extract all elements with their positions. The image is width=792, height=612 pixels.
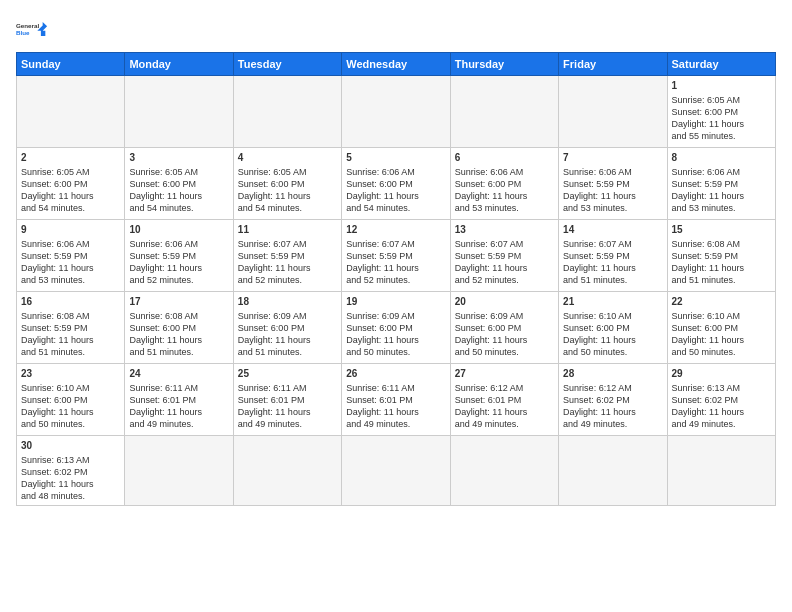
- day-number: 18: [238, 295, 337, 309]
- calendar-cell: [125, 436, 233, 506]
- day-info: Sunrise: 6:12 AM Sunset: 6:02 PM Dayligh…: [563, 382, 662, 431]
- calendar-cell: [17, 76, 125, 148]
- days-row: SundayMondayTuesdayWednesdayThursdayFrid…: [17, 53, 776, 76]
- day-number: 17: [129, 295, 228, 309]
- day-info: Sunrise: 6:06 AM Sunset: 5:59 PM Dayligh…: [672, 166, 771, 215]
- day-info: Sunrise: 6:11 AM Sunset: 6:01 PM Dayligh…: [238, 382, 337, 431]
- calendar-cell: 26Sunrise: 6:11 AM Sunset: 6:01 PM Dayli…: [342, 364, 450, 436]
- day-number: 30: [21, 439, 120, 453]
- calendar-cell: 8Sunrise: 6:06 AM Sunset: 5:59 PM Daylig…: [667, 148, 775, 220]
- calendar-cell: [342, 436, 450, 506]
- calendar-cell: 5Sunrise: 6:06 AM Sunset: 6:00 PM Daylig…: [342, 148, 450, 220]
- day-info: Sunrise: 6:06 AM Sunset: 5:59 PM Dayligh…: [129, 238, 228, 287]
- calendar-cell: 23Sunrise: 6:10 AM Sunset: 6:00 PM Dayli…: [17, 364, 125, 436]
- calendar-cell: [559, 436, 667, 506]
- day-number: 6: [455, 151, 554, 165]
- day-number: 1: [672, 79, 771, 93]
- day-number: 12: [346, 223, 445, 237]
- day-info: Sunrise: 6:06 AM Sunset: 6:00 PM Dayligh…: [455, 166, 554, 215]
- day-number: 14: [563, 223, 662, 237]
- calendar-cell: 15Sunrise: 6:08 AM Sunset: 5:59 PM Dayli…: [667, 220, 775, 292]
- calendar-cell: 4Sunrise: 6:05 AM Sunset: 6:00 PM Daylig…: [233, 148, 341, 220]
- day-info: Sunrise: 6:05 AM Sunset: 6:00 PM Dayligh…: [672, 94, 771, 143]
- day-header-friday: Friday: [559, 53, 667, 76]
- calendar-cell: 27Sunrise: 6:12 AM Sunset: 6:01 PM Dayli…: [450, 364, 558, 436]
- day-info: Sunrise: 6:10 AM Sunset: 6:00 PM Dayligh…: [563, 310, 662, 359]
- calendar-cell: 3Sunrise: 6:05 AM Sunset: 6:00 PM Daylig…: [125, 148, 233, 220]
- calendar-cell: 29Sunrise: 6:13 AM Sunset: 6:02 PM Dayli…: [667, 364, 775, 436]
- logo: GeneralBlue: [16, 16, 48, 42]
- day-info: Sunrise: 6:07 AM Sunset: 5:59 PM Dayligh…: [346, 238, 445, 287]
- day-number: 9: [21, 223, 120, 237]
- calendar-cell: 17Sunrise: 6:08 AM Sunset: 6:00 PM Dayli…: [125, 292, 233, 364]
- day-header-tuesday: Tuesday: [233, 53, 341, 76]
- day-info: Sunrise: 6:09 AM Sunset: 6:00 PM Dayligh…: [238, 310, 337, 359]
- day-info: Sunrise: 6:11 AM Sunset: 6:01 PM Dayligh…: [129, 382, 228, 431]
- calendar-cell: [342, 76, 450, 148]
- day-number: 16: [21, 295, 120, 309]
- week-row-2: 2Sunrise: 6:05 AM Sunset: 6:00 PM Daylig…: [17, 148, 776, 220]
- calendar-cell: 12Sunrise: 6:07 AM Sunset: 5:59 PM Dayli…: [342, 220, 450, 292]
- day-info: Sunrise: 6:07 AM Sunset: 5:59 PM Dayligh…: [563, 238, 662, 287]
- day-number: 22: [672, 295, 771, 309]
- day-number: 19: [346, 295, 445, 309]
- calendar-header: SundayMondayTuesdayWednesdayThursdayFrid…: [17, 53, 776, 76]
- day-info: Sunrise: 6:11 AM Sunset: 6:01 PM Dayligh…: [346, 382, 445, 431]
- day-header-thursday: Thursday: [450, 53, 558, 76]
- day-header-sunday: Sunday: [17, 53, 125, 76]
- calendar-cell: [667, 436, 775, 506]
- day-info: Sunrise: 6:05 AM Sunset: 6:00 PM Dayligh…: [129, 166, 228, 215]
- calendar-cell: 20Sunrise: 6:09 AM Sunset: 6:00 PM Dayli…: [450, 292, 558, 364]
- week-row-3: 9Sunrise: 6:06 AM Sunset: 5:59 PM Daylig…: [17, 220, 776, 292]
- calendar-cell: 1Sunrise: 6:05 AM Sunset: 6:00 PM Daylig…: [667, 76, 775, 148]
- day-info: Sunrise: 6:06 AM Sunset: 5:59 PM Dayligh…: [563, 166, 662, 215]
- day-header-monday: Monday: [125, 53, 233, 76]
- calendar-cell: 22Sunrise: 6:10 AM Sunset: 6:00 PM Dayli…: [667, 292, 775, 364]
- day-number: 15: [672, 223, 771, 237]
- week-row-1: 1Sunrise: 6:05 AM Sunset: 6:00 PM Daylig…: [17, 76, 776, 148]
- day-number: 29: [672, 367, 771, 381]
- day-number: 8: [672, 151, 771, 165]
- day-number: 21: [563, 295, 662, 309]
- calendar-cell: [125, 76, 233, 148]
- calendar-cell: 11Sunrise: 6:07 AM Sunset: 5:59 PM Dayli…: [233, 220, 341, 292]
- day-number: 2: [21, 151, 120, 165]
- day-number: 10: [129, 223, 228, 237]
- day-info: Sunrise: 6:05 AM Sunset: 6:00 PM Dayligh…: [21, 166, 120, 215]
- week-row-6: 30Sunrise: 6:13 AM Sunset: 6:02 PM Dayli…: [17, 436, 776, 506]
- day-info: Sunrise: 6:10 AM Sunset: 6:00 PM Dayligh…: [21, 382, 120, 431]
- day-info: Sunrise: 6:08 AM Sunset: 6:00 PM Dayligh…: [129, 310, 228, 359]
- day-info: Sunrise: 6:13 AM Sunset: 6:02 PM Dayligh…: [21, 454, 120, 503]
- day-info: Sunrise: 6:07 AM Sunset: 5:59 PM Dayligh…: [455, 238, 554, 287]
- day-number: 28: [563, 367, 662, 381]
- day-info: Sunrise: 6:05 AM Sunset: 6:00 PM Dayligh…: [238, 166, 337, 215]
- calendar-cell: 6Sunrise: 6:06 AM Sunset: 6:00 PM Daylig…: [450, 148, 558, 220]
- calendar-cell: [450, 436, 558, 506]
- day-info: Sunrise: 6:07 AM Sunset: 5:59 PM Dayligh…: [238, 238, 337, 287]
- generalblue-logo-icon: GeneralBlue: [16, 16, 48, 42]
- calendar-cell: 24Sunrise: 6:11 AM Sunset: 6:01 PM Dayli…: [125, 364, 233, 436]
- day-header-wednesday: Wednesday: [342, 53, 450, 76]
- day-info: Sunrise: 6:09 AM Sunset: 6:00 PM Dayligh…: [346, 310, 445, 359]
- day-info: Sunrise: 6:08 AM Sunset: 5:59 PM Dayligh…: [21, 310, 120, 359]
- week-row-5: 23Sunrise: 6:10 AM Sunset: 6:00 PM Dayli…: [17, 364, 776, 436]
- calendar-cell: 19Sunrise: 6:09 AM Sunset: 6:00 PM Dayli…: [342, 292, 450, 364]
- day-number: 27: [455, 367, 554, 381]
- day-number: 26: [346, 367, 445, 381]
- day-number: 25: [238, 367, 337, 381]
- calendar-cell: 13Sunrise: 6:07 AM Sunset: 5:59 PM Dayli…: [450, 220, 558, 292]
- calendar-cell: 28Sunrise: 6:12 AM Sunset: 6:02 PM Dayli…: [559, 364, 667, 436]
- calendar-cell: 7Sunrise: 6:06 AM Sunset: 5:59 PM Daylig…: [559, 148, 667, 220]
- calendar-cell: 25Sunrise: 6:11 AM Sunset: 6:01 PM Dayli…: [233, 364, 341, 436]
- day-number: 11: [238, 223, 337, 237]
- week-row-4: 16Sunrise: 6:08 AM Sunset: 5:59 PM Dayli…: [17, 292, 776, 364]
- day-info: Sunrise: 6:13 AM Sunset: 6:02 PM Dayligh…: [672, 382, 771, 431]
- calendar-cell: 2Sunrise: 6:05 AM Sunset: 6:00 PM Daylig…: [17, 148, 125, 220]
- svg-text:General: General: [16, 22, 39, 29]
- day-number: 13: [455, 223, 554, 237]
- calendar-cell: [450, 76, 558, 148]
- page: GeneralBlue SundayMondayTuesdayWednesday…: [0, 0, 792, 612]
- day-info: Sunrise: 6:06 AM Sunset: 5:59 PM Dayligh…: [21, 238, 120, 287]
- calendar-body: 1Sunrise: 6:05 AM Sunset: 6:00 PM Daylig…: [17, 76, 776, 506]
- day-info: Sunrise: 6:10 AM Sunset: 6:00 PM Dayligh…: [672, 310, 771, 359]
